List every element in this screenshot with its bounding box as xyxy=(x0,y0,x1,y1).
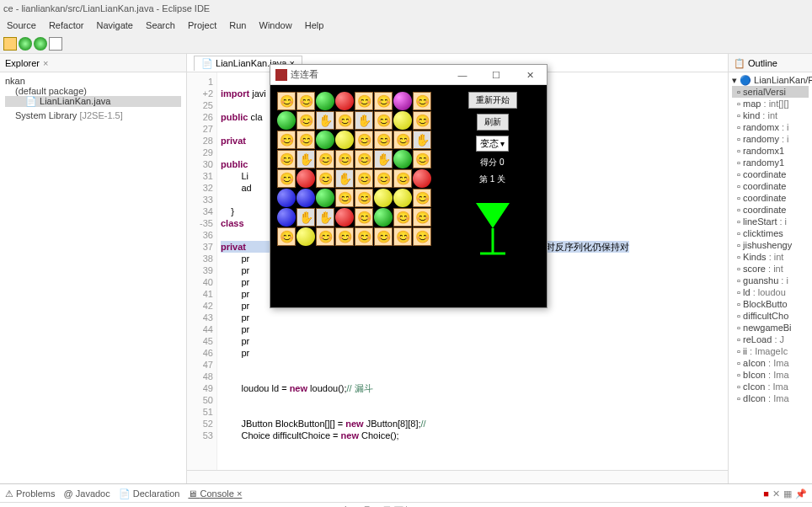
outline-item[interactable]: ▫ randomy : i xyxy=(732,133,809,145)
game-tile[interactable]: 😊 xyxy=(374,111,393,130)
game-tile[interactable]: ✋ xyxy=(335,169,354,188)
game-tile[interactable]: 😊 xyxy=(374,131,393,149)
game-tile[interactable]: 😊 xyxy=(413,111,431,130)
console-pin-icon[interactable]: 📌 xyxy=(795,484,807,503)
outline-item[interactable]: ▫ score : int xyxy=(732,263,809,275)
outline-item[interactable]: ▫ coordinate xyxy=(732,180,809,192)
game-tile[interactable] xyxy=(335,131,354,149)
game-tile[interactable]: ✋ xyxy=(316,111,334,130)
game-tile[interactable] xyxy=(393,111,412,130)
game-tile[interactable]: 😊 xyxy=(374,227,393,246)
game-tile[interactable] xyxy=(277,208,296,227)
game-tile[interactable]: 😊 xyxy=(316,227,334,246)
outline-item[interactable]: ▫ coordinate xyxy=(732,204,809,216)
game-tile[interactable]: ✋ xyxy=(374,150,393,168)
game-tile[interactable]: ✋ xyxy=(296,208,315,227)
game-tile[interactable] xyxy=(393,92,412,110)
menu-search[interactable]: Search xyxy=(141,20,180,30)
restart-button[interactable]: 重新开始 xyxy=(468,92,517,109)
console-remove-icon[interactable]: ✕ xyxy=(772,484,780,503)
game-tile[interactable]: 😊 xyxy=(296,131,315,149)
game-tile[interactable]: 😊 xyxy=(355,150,373,168)
outline-item[interactable]: ▫ BlockButto xyxy=(732,298,809,310)
difficulty-select[interactable]: 变态 ▾ xyxy=(476,136,510,152)
outline-item[interactable]: ▫ coordinate xyxy=(732,168,809,180)
game-tile[interactable] xyxy=(335,92,354,110)
menu-window[interactable]: Window xyxy=(254,20,297,30)
game-tile[interactable] xyxy=(374,208,393,227)
game-tile[interactable]: 😊 xyxy=(393,227,412,246)
game-tile[interactable]: 😊 xyxy=(374,169,393,188)
game-tile[interactable] xyxy=(393,150,412,168)
run-icon[interactable] xyxy=(34,37,47,51)
game-tile[interactable]: 😊 xyxy=(355,208,373,227)
outline-item[interactable]: ▫ bIcon : Ima xyxy=(732,369,809,381)
close-button[interactable]: ✕ xyxy=(513,65,547,85)
game-tile[interactable]: 😊 xyxy=(277,131,296,149)
game-tile[interactable]: 😊 xyxy=(335,189,354,207)
outline-item[interactable]: ▫ map : int[][] xyxy=(732,98,809,109)
menu-refactor[interactable]: Refactor xyxy=(44,20,89,30)
outline-item[interactable]: ▫ newgameBi xyxy=(732,322,809,334)
outline-item[interactable]: ▫ guanshu : i xyxy=(732,275,809,286)
explorer-tab-label[interactable]: Explorer xyxy=(5,54,40,72)
game-tile[interactable]: 😊 xyxy=(316,150,334,168)
tree-file-selected[interactable]: 📄 LianLianKan.java xyxy=(5,96,181,107)
game-tile[interactable] xyxy=(413,169,431,188)
outline-item[interactable]: ▫ ld : loudou xyxy=(732,286,809,298)
shuffle-button[interactable]: 刷新 xyxy=(477,114,509,131)
game-tile[interactable]: 😊 xyxy=(335,227,354,246)
game-tile[interactable]: 😊 xyxy=(355,227,373,246)
menu-help[interactable]: Help xyxy=(300,20,329,30)
outline-item[interactable]: ▫ serialVersi xyxy=(732,86,809,98)
game-tile[interactable]: 😊 xyxy=(393,208,412,227)
outline-item[interactable]: ▫ ii : ImageIc xyxy=(732,345,809,357)
game-tile[interactable] xyxy=(374,189,393,207)
game-tile[interactable]: 😊 xyxy=(277,150,296,168)
game-tile[interactable]: 😊 xyxy=(413,92,431,110)
game-grid[interactable]: 😊😊😊😊😊😊✋😊✋😊😊😊😊😊😊😊✋😊✋😊😊😊✋😊😊😊✋😊😊😊😊😊😊✋✋😊😊😊😊😊… xyxy=(270,85,438,307)
game-tile[interactable]: ✋ xyxy=(296,150,315,168)
outline-item[interactable]: ▫ lineStart : i xyxy=(732,216,809,227)
game-tile[interactable]: 😊 xyxy=(277,169,296,188)
game-tile[interactable]: 😊 xyxy=(393,131,412,149)
menu-project[interactable]: Project xyxy=(183,20,222,30)
game-tile[interactable] xyxy=(296,169,315,188)
game-tile[interactable]: 😊 xyxy=(277,92,296,110)
maximize-button[interactable]: ☐ xyxy=(479,65,513,85)
game-tile[interactable] xyxy=(316,131,334,149)
game-tile[interactable]: 😊 xyxy=(355,189,373,207)
game-tile[interactable]: 😊 xyxy=(355,131,373,149)
save-icon[interactable] xyxy=(3,37,17,51)
game-tile[interactable]: 😊 xyxy=(393,169,412,188)
game-tile[interactable] xyxy=(316,92,334,110)
game-tile[interactable] xyxy=(316,189,334,207)
game-tile[interactable] xyxy=(277,111,296,130)
tab-problems[interactable]: ⚠ Problems xyxy=(5,484,56,503)
game-tile[interactable] xyxy=(277,189,296,207)
tab-javadoc[interactable]: @ Javadoc xyxy=(64,484,110,503)
menu-run[interactable]: Run xyxy=(224,20,251,30)
outline-item[interactable]: ▫ Kinds : int xyxy=(732,251,809,263)
game-tile[interactable]: 😊 xyxy=(355,169,373,188)
new-icon[interactable] xyxy=(49,37,62,51)
outline-item[interactable]: ▫ dIcon : Ima xyxy=(732,392,809,404)
outline-item[interactable]: ▫ cIcon : Ima xyxy=(732,381,809,392)
tab-declaration[interactable]: 📄 Declaration xyxy=(119,484,180,503)
game-tile[interactable] xyxy=(335,208,354,227)
outline-item[interactable]: ▫ kind : int xyxy=(732,109,809,121)
console-stop-icon[interactable]: ■ xyxy=(763,484,769,503)
game-tile[interactable]: 😊 xyxy=(355,92,373,110)
game-tile[interactable]: 😊 xyxy=(413,208,431,227)
game-tile[interactable]: 😊 xyxy=(277,227,296,246)
outline-item[interactable]: ▫ difficultCho xyxy=(732,310,809,322)
debug-icon[interactable] xyxy=(19,37,32,51)
game-tile[interactable]: 😊 xyxy=(413,189,431,207)
outline-item[interactable]: ▫ reLoad : J xyxy=(732,334,809,345)
game-tile[interactable]: 😊 xyxy=(296,92,315,110)
game-tile[interactable] xyxy=(393,189,412,207)
outline-item[interactable]: ▫ clicktimes xyxy=(732,227,809,239)
game-tile[interactable]: 😊 xyxy=(374,92,393,110)
game-tile[interactable]: 😊 xyxy=(316,169,334,188)
menu-source[interactable]: Source xyxy=(2,20,41,30)
